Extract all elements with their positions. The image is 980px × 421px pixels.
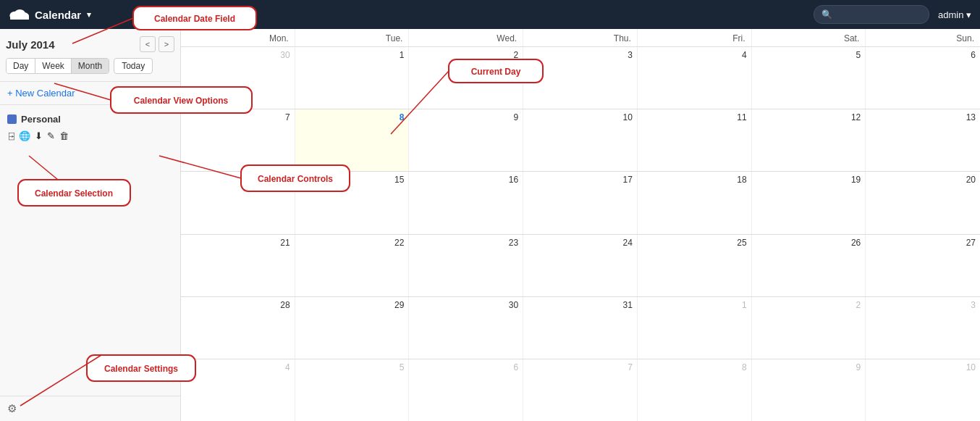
day-number: 4 xyxy=(185,362,290,372)
day-number: 25 xyxy=(642,238,747,248)
day-cell-3-4[interactable]: 25 xyxy=(638,235,752,296)
day-cell-2-1[interactable]: 15 xyxy=(295,172,410,233)
sidebar-top: July 2014 < > Day Week Month Today xyxy=(0,29,180,82)
day-number: 18 xyxy=(642,175,747,185)
cloud-icon xyxy=(9,7,29,22)
day-cell-0-6[interactable]: 6 xyxy=(866,47,980,109)
day-cell-4-0[interactable]: 28 xyxy=(181,297,295,359)
day-cell-0-4[interactable]: 4 xyxy=(638,47,752,109)
day-cell-3-3[interactable]: 24 xyxy=(523,235,638,296)
search-icon: 🔍 xyxy=(821,9,832,20)
day-cell-2-2[interactable]: 16 xyxy=(409,172,523,233)
day-cell-1-6[interactable]: 13 xyxy=(866,109,980,171)
day-number: 7 xyxy=(185,112,290,122)
view-btn-group: Day Week Month xyxy=(6,58,109,74)
week-view-button[interactable]: Week xyxy=(35,59,71,73)
day-cell-4-3[interactable]: 31 xyxy=(523,297,638,359)
app-name: Calendar xyxy=(35,9,81,21)
day-cell-0-0[interactable]: 30 xyxy=(181,47,295,109)
day-cell-3-6[interactable]: 27 xyxy=(866,235,980,296)
app-dropdown-icon[interactable]: ▾ xyxy=(87,10,91,20)
day-cell-1-2[interactable]: 9 xyxy=(409,109,523,171)
day-cell-5-3[interactable]: 7 xyxy=(523,359,638,421)
day-number: 30 xyxy=(185,50,290,60)
day-cell-5-6[interactable]: 10 xyxy=(866,359,980,421)
day-cell-5-2[interactable]: 6 xyxy=(409,359,523,421)
today-button[interactable]: Today xyxy=(114,58,153,74)
day-cell-2-5[interactable]: 19 xyxy=(752,172,866,233)
day-cell-0-1[interactable]: 1 xyxy=(295,47,410,109)
day-cell-3-1[interactable]: 22 xyxy=(295,235,410,296)
day-cell-4-5[interactable]: 2 xyxy=(752,297,866,359)
day-header-tue: Tue. xyxy=(295,29,410,46)
day-number: 20 xyxy=(870,175,976,185)
day-cell-1-3[interactable]: 10 xyxy=(523,109,638,171)
day-cell-1-0[interactable]: 7 xyxy=(181,109,295,171)
calendar-grid: 3012345678910111213141516171819202122232… xyxy=(181,47,980,421)
app-logo[interactable]: Calendar ▾ xyxy=(9,7,91,22)
day-cell-4-4[interactable]: 1 xyxy=(638,297,752,359)
day-number: 6 xyxy=(870,50,976,60)
admin-menu[interactable]: admin ▾ xyxy=(938,9,971,20)
delete-icon[interactable]: 🗑 xyxy=(59,130,69,141)
day-cell-0-2[interactable]: 2 xyxy=(409,47,523,109)
calendar-controls-row: ⍈ 🌐 ⬇ ✎ 🗑 xyxy=(9,130,173,141)
day-cell-2-0[interactable]: 14 xyxy=(181,172,295,233)
day-number: 5 xyxy=(756,50,861,60)
day-cell-3-2[interactable]: 23 xyxy=(409,235,523,296)
nav-buttons: < > xyxy=(140,36,174,52)
day-number: 30 xyxy=(413,300,518,310)
day-cell-3-5[interactable]: 26 xyxy=(752,235,866,296)
day-header-fri: Fri. xyxy=(638,29,752,46)
new-calendar-button[interactable]: + New Calendar xyxy=(0,82,180,105)
share-icon[interactable]: ⍈ xyxy=(9,130,14,141)
day-cell-2-6[interactable]: 20 xyxy=(866,172,980,233)
day-cell-1-5[interactable]: 12 xyxy=(752,109,866,171)
day-cell-0-5[interactable]: 5 xyxy=(752,47,866,109)
main-layout: July 2014 < > Day Week Month Today + New… xyxy=(0,29,980,421)
day-cell-0-3[interactable]: 3 xyxy=(523,47,638,109)
sidebar-footer: ⚙ xyxy=(0,396,180,421)
day-cell-5-0[interactable]: 4 xyxy=(181,359,295,421)
globe-icon[interactable]: 🌐 xyxy=(19,130,30,141)
day-number: 9 xyxy=(756,362,861,372)
personal-calendar-checkbox[interactable] xyxy=(7,114,17,124)
day-number: 13 xyxy=(870,112,976,122)
day-number: 7 xyxy=(528,362,633,372)
day-headers-row: Mon. Tue. Wed. Thu. Fri. Sat. Sun. xyxy=(181,29,980,47)
day-header-wed: Wed. xyxy=(409,29,523,46)
svg-rect-3 xyxy=(10,15,29,20)
search-box[interactable]: 🔍 xyxy=(814,5,929,24)
day-cell-3-0[interactable]: 21 xyxy=(181,235,295,296)
week-row-1: 78910111213 xyxy=(181,109,980,172)
day-header-sat: Sat. xyxy=(752,29,866,46)
search-input[interactable] xyxy=(837,9,921,20)
day-cell-1-1[interactable]: 8 xyxy=(295,109,410,171)
month-view-button[interactable]: Month xyxy=(72,59,109,73)
day-number: 15 xyxy=(300,175,405,185)
day-cell-4-6[interactable]: 3 xyxy=(866,297,980,359)
day-cell-2-3[interactable]: 17 xyxy=(523,172,638,233)
day-number: 16 xyxy=(413,175,518,185)
day-number: 14 xyxy=(185,175,290,185)
day-cell-1-4[interactable]: 11 xyxy=(638,109,752,171)
prev-month-button[interactable]: < xyxy=(140,36,156,52)
next-month-button[interactable]: > xyxy=(159,36,174,52)
day-number: 9 xyxy=(413,112,518,122)
personal-calendar-item: Personal xyxy=(7,111,173,128)
day-number: 6 xyxy=(413,362,518,372)
day-cell-5-1[interactable]: 5 xyxy=(295,359,410,421)
day-cell-4-1[interactable]: 29 xyxy=(295,297,410,359)
day-number: 11 xyxy=(642,112,747,122)
day-number: 29 xyxy=(300,300,405,310)
day-number: 10 xyxy=(870,362,976,372)
settings-icon[interactable]: ⚙ xyxy=(7,402,17,414)
day-cell-4-2[interactable]: 30 xyxy=(409,297,523,359)
day-cell-5-4[interactable]: 8 xyxy=(638,359,752,421)
day-cell-5-5[interactable]: 9 xyxy=(752,359,866,421)
day-view-button[interactable]: Day xyxy=(7,59,35,73)
day-number: 27 xyxy=(870,238,976,248)
edit-icon[interactable]: ✎ xyxy=(47,130,55,141)
day-cell-2-4[interactable]: 18 xyxy=(638,172,752,233)
download-icon[interactable]: ⬇ xyxy=(35,130,43,141)
